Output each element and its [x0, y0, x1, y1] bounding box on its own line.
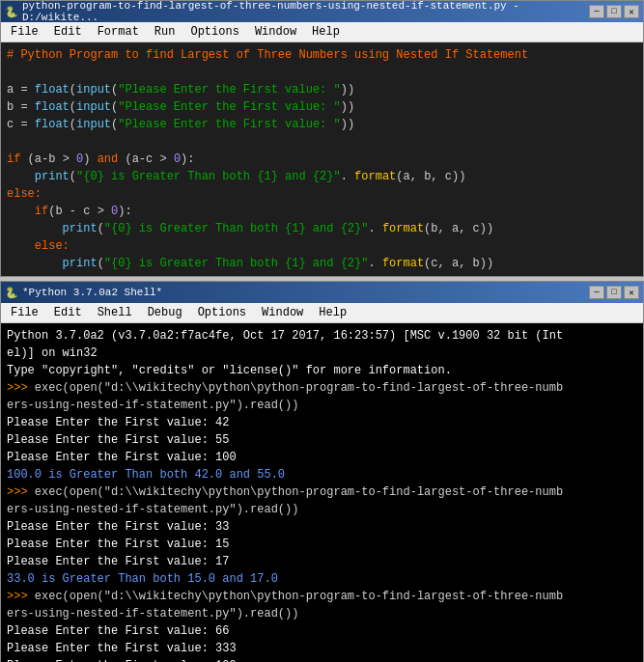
shell-window: 🐍 *Python 3.7.0a2 Shell* — □ ✕ File Edit…: [0, 281, 644, 662]
shell-menu-debug[interactable]: Debug: [140, 304, 190, 321]
shell-line-3: Type "copyright", "credits" or "license(…: [7, 362, 637, 379]
shell-line-19: Please Enter the First value: 333: [7, 640, 637, 657]
shell-title-left: 🐍 *Python 3.7.0a2 Shell*: [5, 287, 162, 299]
editor-menu-file[interactable]: File: [3, 23, 46, 41]
editor-title-text: python-program-to-find-largest-of-three-…: [22, 0, 589, 23]
shell-output[interactable]: Python 3.7.0a2 (v3.7.0a2:f7ac4fe, Oct 17…: [1, 323, 643, 662]
shell-line-7: Please Enter the First value: 55: [7, 431, 637, 449]
editor-menubar: File Edit Format Run Options Window Help: [1, 22, 643, 42]
shell-close-button[interactable]: ✕: [624, 286, 639, 299]
editor-menu-format[interactable]: Format: [90, 23, 147, 41]
shell-menu-file[interactable]: File: [3, 304, 46, 321]
shell-line-1: Python 3.7.0a2 (v3.7.0a2:f7ac4fe, Oct 17…: [7, 327, 637, 345]
shell-line-2: el)] on win32: [7, 345, 637, 362]
shell-line-14: Please Enter the First value: 17: [7, 553, 637, 570]
shell-menu-options[interactable]: Options: [190, 304, 254, 321]
shell-line-20: Please Enter the First value: 100: [7, 657, 637, 662]
shell-line-5: ers-using-nested-if-statement.py").read(…: [7, 397, 637, 414]
shell-line-17: ers-using-nested-if-statement.py").read(…: [7, 605, 637, 622]
editor-minimize-button[interactable]: —: [589, 5, 604, 18]
code-line-1: # Python Program to find Largest of Thre…: [7, 46, 637, 64]
code-line-2: [7, 64, 637, 81]
code-line-11: print("{0} is Greater Than both {1} and …: [7, 220, 637, 237]
code-line-10: if(b - c > 0):: [7, 203, 637, 220]
code-line-9: else:: [7, 185, 637, 203]
shell-line-8: Please Enter the First value: 100: [7, 449, 637, 466]
shell-line-15: 33.0 is Greater Than both 15.0 and 17.0: [7, 570, 637, 588]
code-line-5: c = float(input("Please Enter the First …: [7, 116, 637, 133]
shell-menu-shell[interactable]: Shell: [90, 304, 140, 321]
editor-menu-window[interactable]: Window: [247, 23, 304, 41]
shell-menu-edit[interactable]: Edit: [46, 304, 90, 321]
shell-minimize-button[interactable]: —: [589, 286, 604, 299]
shell-line-13: Please Enter the First value: 15: [7, 536, 637, 553]
shell-line-10: >>> exec(open("d:\\wikitechy\python\pyth…: [7, 483, 637, 501]
shell-title-text: *Python 3.7.0a2 Shell*: [22, 287, 162, 298]
code-line-13: print("{0} is Greater Than both {1} and …: [7, 255, 637, 272]
shell-line-11: ers-using-nested-if-statement.py").read(…: [7, 501, 637, 518]
editor-window: 🐍 python-program-to-find-largest-of-thre…: [0, 0, 644, 277]
code-line-8: print("{0} is Greater Than both {1} and …: [7, 168, 637, 185]
editor-title-left: 🐍 python-program-to-find-largest-of-thre…: [5, 0, 589, 23]
editor-maximize-button[interactable]: □: [606, 5, 622, 18]
shell-maximize-button[interactable]: □: [606, 286, 622, 299]
editor-menu-edit[interactable]: Edit: [46, 23, 90, 41]
shell-icon: 🐍: [5, 287, 18, 299]
editor-title-bar: 🐍 python-program-to-find-largest-of-thre…: [1, 1, 643, 22]
shell-title-controls: — □ ✕: [589, 286, 639, 299]
editor-close-button[interactable]: ✕: [624, 5, 639, 18]
shell-menubar: File Edit Shell Debug Options Window Hel…: [1, 303, 643, 323]
editor-menu-options[interactable]: Options: [182, 23, 246, 41]
shell-line-18: Please Enter the First value: 66: [7, 622, 637, 640]
code-line-7: if (a-b > 0) and (a-c > 0):: [7, 151, 637, 168]
shell-line-4: >>> exec(open("d:\\wikitechy\python\pyth…: [7, 379, 637, 397]
editor-menu-run[interactable]: Run: [147, 23, 183, 41]
shell-line-16: >>> exec(open("d:\\wikitechy\python\pyth…: [7, 588, 637, 605]
editor-title-controls: — □ ✕: [589, 5, 639, 18]
editor-menu-help[interactable]: Help: [304, 23, 348, 41]
code-line-6: [7, 133, 637, 151]
code-line-12: else:: [7, 237, 637, 255]
shell-line-12: Please Enter the First value: 33: [7, 518, 637, 536]
shell-line-9: 100.0 is Greater Than both 42.0 and 55.0: [7, 466, 637, 483]
shell-menu-window[interactable]: Window: [254, 304, 311, 321]
code-editor[interactable]: # Python Program to find Largest of Thre…: [1, 42, 643, 276]
shell-menu-help[interactable]: Help: [311, 304, 354, 321]
editor-icon: 🐍: [5, 6, 18, 18]
shell-line-6: Please Enter the First value: 42: [7, 414, 637, 431]
shell-title-bar: 🐍 *Python 3.7.0a2 Shell* — □ ✕: [1, 282, 643, 303]
code-line-3: a = float(input("Please Enter the First …: [7, 81, 637, 98]
code-line-4: b = float(input("Please Enter the First …: [7, 98, 637, 116]
